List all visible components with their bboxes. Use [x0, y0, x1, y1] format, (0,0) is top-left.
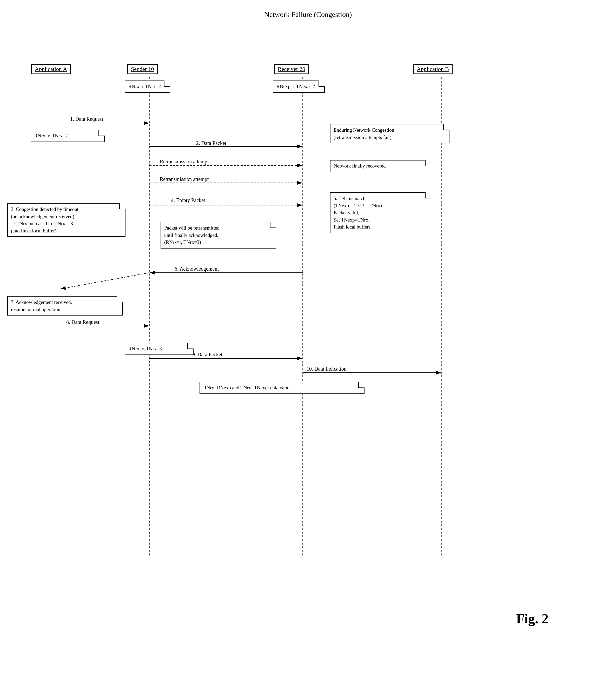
note-data-valid: RNrx=RNexp and TNrx=TNexp: data valid.: [200, 382, 365, 394]
note-network-recovered: Network finally recovered: [330, 160, 431, 172]
note-tn-mismatch: 5. TN mismatch(TNexp = 2 < 3 = TNrx)Pack…: [330, 192, 431, 233]
diagram-area: Application A Sender 10 Receiver 20 Appl…: [0, 24, 616, 647]
label-data-packet-9: 9. Data Packet: [192, 351, 222, 358]
label-acknowledgement-6: 6. Acknowledgement: [175, 266, 219, 272]
label-data-packet-2: 2. Data Packet: [196, 140, 226, 146]
header-sender10: Sender 10: [127, 64, 158, 74]
label-data-request-1: 1. Data Request: [70, 116, 103, 122]
note-packet-retransmit: Packet will be retransmitteduntil finall…: [160, 222, 276, 249]
svg-line-12: [61, 273, 149, 289]
label-data-indication-10: 10. Data Indication: [307, 366, 347, 372]
note-rnrx-tnrx-appa: RNrx=r, TNrx=2: [31, 130, 105, 142]
header-receiver20: Receiver 20: [274, 64, 309, 74]
fig-label: Fig. 2: [516, 611, 548, 627]
note-rnexp-tnexp-receiver: RNexp=r TNexp=2: [273, 81, 325, 93]
note-congestion-detected: 3. Congestion detected by timeout(no ack…: [7, 203, 126, 237]
page-title: Network Failure (Congestion): [0, 0, 616, 24]
note-rnrx-tnrx3: RNrx=r, TNrx=3: [125, 343, 194, 355]
note-enduring-congestion: Enduring Network Congestion(retransmissi…: [330, 124, 449, 143]
note-rnrx-tnrx-sender: RNrx=r TNrx=2: [125, 81, 170, 93]
header-appB: Application B: [413, 64, 453, 74]
note-ack-received: 7. Acknowledgement received,resume norma…: [7, 296, 123, 316]
header-appA: Application A: [31, 64, 71, 74]
label-data-request-8: 8. Data Request: [66, 319, 99, 325]
label-empty-packet: 4. Empty Packet: [171, 197, 205, 203]
label-retransmission-1: Retransmission attempt: [160, 159, 208, 165]
label-retransmission-2: Retransmission attempt: [160, 176, 208, 182]
